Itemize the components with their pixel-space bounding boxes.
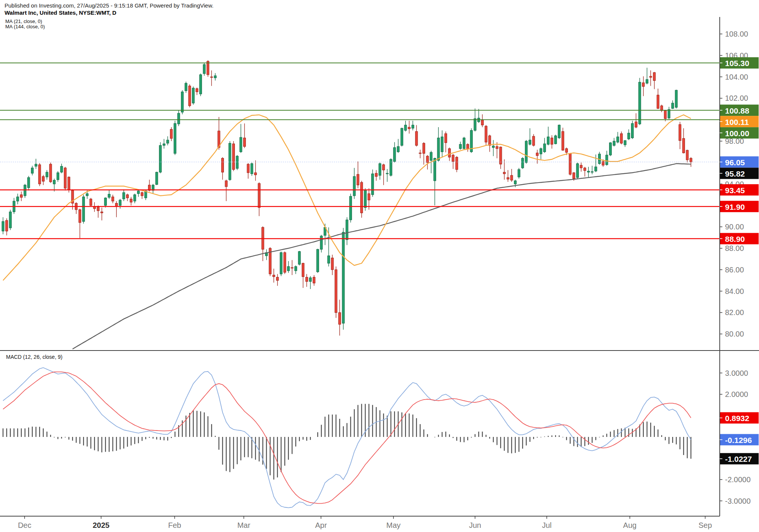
candle-body: [229, 143, 231, 180]
candle-body: [82, 197, 85, 221]
axis-tag-label: 95.82: [725, 169, 745, 178]
candle-body: [141, 192, 143, 196]
candle-body: [481, 120, 483, 125]
tick-label: 104.00: [725, 73, 748, 81]
candle-body: [199, 75, 202, 94]
candle-body: [188, 86, 191, 106]
candle-body: [46, 172, 48, 177]
candle-body: [459, 145, 461, 149]
candle-body: [415, 131, 418, 145]
candle-body: [64, 168, 66, 188]
candle-body: [316, 249, 319, 272]
candle-body: [500, 147, 502, 164]
candle-body: [331, 258, 333, 270]
candle-body: [562, 131, 564, 150]
candle-body: [232, 144, 234, 169]
candle-body: [635, 122, 637, 127]
candle-body: [255, 173, 257, 175]
candle-body: [532, 136, 535, 145]
candle-body: [42, 177, 45, 181]
candle-body: [653, 72, 656, 80]
candle-body: [507, 178, 509, 179]
candle-body: [280, 252, 282, 274]
time-axis[interactable]: Dec2025FebMarAprMayJunJulAugSep: [18, 516, 712, 529]
candle-body: [444, 134, 447, 143]
chart-canvas[interactable]: 108.00106.00104.00102.00100.0098.0096.00…: [0, 0, 759, 532]
candle-body: [346, 220, 348, 240]
candle-body: [174, 123, 176, 154]
candle-body: [203, 65, 205, 74]
candle-body: [383, 165, 385, 170]
chart-page: Published on Investing.com, 27/Aug/2025 …: [0, 0, 759, 532]
month-label: Sep: [699, 521, 712, 529]
candle-body: [547, 137, 549, 145]
tick-label: 86.00: [725, 266, 744, 274]
candle-body: [57, 173, 59, 180]
month-label: Jul: [542, 521, 552, 529]
candle-body: [430, 152, 432, 160]
tick-label: -2.0000: [725, 475, 751, 484]
candle-body: [60, 166, 63, 172]
axis-tag-label: 93.45: [725, 186, 745, 195]
candle-body: [49, 164, 52, 182]
axis-tag-label: 100.11: [725, 118, 749, 126]
candle-body: [606, 155, 608, 165]
candle-body: [613, 141, 615, 145]
candle-body: [521, 158, 524, 168]
candle-body: [97, 207, 99, 211]
candle-body: [167, 140, 169, 143]
candle-body: [518, 169, 520, 177]
candle-body: [108, 194, 110, 198]
candle-body: [397, 146, 400, 152]
candle-body: [357, 174, 359, 185]
candle-body: [185, 83, 187, 91]
candle-body: [335, 270, 337, 313]
candle-body: [123, 192, 125, 199]
candle-body: [408, 127, 410, 129]
tick-label: 82.00: [725, 308, 744, 317]
candle-body: [364, 190, 366, 208]
axis-tag-label: 0.8932: [725, 414, 749, 423]
macd-pane[interactable]: [3, 367, 691, 507]
month-label: Feb: [168, 521, 181, 529]
candle-body: [302, 263, 304, 277]
candle-body: [649, 76, 652, 77]
candle-body: [529, 140, 531, 144]
candle-body: [401, 128, 403, 145]
candle-body: [463, 138, 465, 148]
candle-body: [101, 212, 103, 213]
candle-body: [221, 158, 224, 172]
candle-body: [170, 129, 173, 138]
price-levels: [0, 63, 720, 239]
candle-body: [686, 150, 688, 160]
candle-body: [609, 143, 612, 155]
candle-body: [474, 118, 476, 130]
candle-body: [584, 168, 586, 171]
candle-body: [320, 236, 322, 249]
candle-body: [350, 196, 352, 220]
axis-tag-label: 100.88: [725, 106, 750, 115]
candle-body: [287, 266, 290, 271]
candle-body: [86, 194, 88, 196]
candle-body: [35, 164, 37, 166]
candle-body: [53, 180, 56, 184]
candle-body: [569, 154, 571, 174]
candle-body: [492, 146, 494, 148]
candle-body: [591, 172, 593, 172]
month-label: Apr: [315, 521, 327, 529]
candle-body: [251, 164, 253, 174]
candle-body: [628, 133, 630, 139]
chart-frame: [0, 17, 759, 516]
candle-body: [276, 277, 279, 281]
candle-body: [448, 149, 450, 157]
candle-body: [295, 266, 297, 271]
candle-body: [639, 82, 641, 124]
candle-body: [525, 141, 528, 163]
candle-body: [361, 182, 363, 213]
candle-body: [240, 137, 242, 152]
candle-body: [177, 113, 180, 124]
price-pane[interactable]: [0, 60, 720, 349]
price-axis[interactable]: 108.00106.00104.00102.00100.0098.0096.00…: [720, 30, 751, 505]
candle-body: [456, 157, 458, 170]
candle-body: [412, 125, 414, 128]
